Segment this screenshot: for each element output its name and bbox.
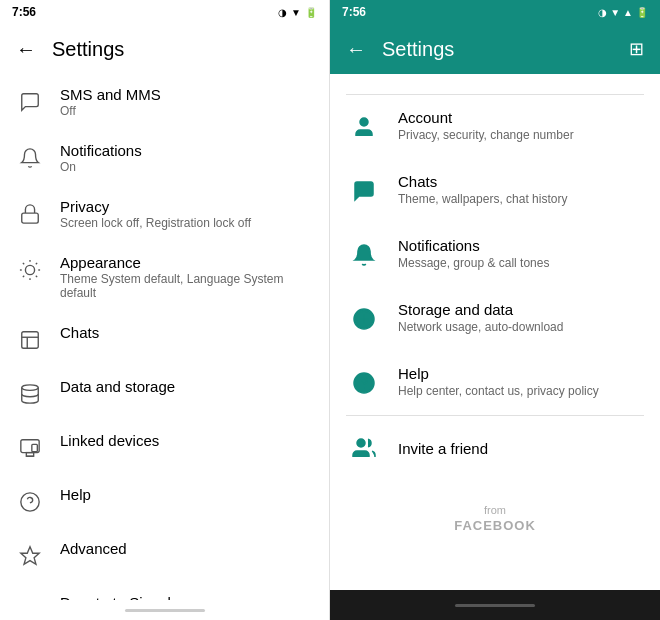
invite-title: Invite a friend	[398, 440, 644, 457]
notifications-title: Notifications	[60, 142, 313, 159]
settings-item-notifications[interactable]: Notifications On	[0, 130, 329, 186]
chats-title: Chats	[60, 324, 313, 341]
appearance-subtitle: Theme System default, Language System de…	[60, 272, 313, 300]
svg-point-11	[22, 385, 39, 391]
chats-right-subtitle: Theme, wallpapers, chat history	[398, 192, 644, 206]
account-subtitle: Privacy, security, change number	[398, 128, 644, 142]
svg-line-8	[23, 276, 24, 277]
settings-item-chats[interactable]: Chats	[0, 312, 329, 366]
bottom-bar	[330, 590, 660, 620]
help-right-subtitle: Help center, contact us, privacy policy	[398, 384, 644, 398]
svg-point-19	[360, 118, 368, 126]
privacy-icon	[16, 200, 44, 228]
settings-item-advanced[interactable]: Advanced	[0, 528, 329, 582]
help-icon	[16, 488, 44, 516]
back-button-right[interactable]: ←	[346, 38, 366, 61]
settings-item-privacy[interactable]: Privacy Screen lock off, Registration lo…	[0, 186, 329, 242]
svg-rect-0	[22, 213, 39, 223]
svg-line-5	[36, 276, 37, 277]
right-item-chats[interactable]: Chats Theme, wallpapers, chat history	[330, 159, 660, 223]
storage-right-icon	[346, 301, 382, 337]
status-bar-right: 7:56 ◑ ▼ ▲ 🔋	[330, 0, 660, 24]
appearance-title: Appearance	[60, 254, 313, 271]
settings-item-linked-devices[interactable]: Linked devices	[0, 420, 329, 474]
help-title: Help	[60, 486, 313, 503]
chats-icon	[16, 326, 44, 354]
settings-list-left: SMS and MMS Off Notifications On	[0, 74, 329, 600]
svg-point-1	[25, 265, 34, 274]
chats-right-icon	[346, 173, 382, 209]
notifications-right-icon	[346, 237, 382, 273]
invite-item[interactable]: Invite a friend	[330, 416, 660, 480]
account-title: Account	[398, 109, 644, 126]
notifications-right-subtitle: Message, group & call tones	[398, 256, 644, 270]
back-button-left[interactable]: ←	[16, 38, 36, 61]
profile-section	[330, 74, 660, 94]
linked-devices-icon	[16, 434, 44, 462]
svg-rect-12	[21, 440, 39, 453]
right-item-storage[interactable]: Storage and data Network usage, auto-dow…	[330, 287, 660, 351]
advanced-icon	[16, 542, 44, 570]
qr-code-icon[interactable]: ⊞	[629, 38, 644, 60]
settings-item-help[interactable]: Help	[0, 474, 329, 528]
status-time-right: 7:56	[342, 5, 366, 19]
right-settings-list: Account Privacy, security, change number…	[330, 74, 660, 590]
data-storage-title: Data and storage	[60, 378, 313, 395]
privacy-subtitle: Screen lock off, Registration lock off	[60, 216, 313, 230]
data-storage-icon	[16, 380, 44, 408]
status-icons-left: ◑ ▼ 🔋	[278, 7, 317, 18]
toolbar-right: ← Settings ⊞	[330, 24, 660, 74]
privacy-title: Privacy	[60, 198, 313, 215]
notifications-right-title: Notifications	[398, 237, 644, 254]
sms-subtitle: Off	[60, 104, 313, 118]
brightness-icon: ◑	[278, 7, 287, 18]
invite-icon	[346, 430, 382, 466]
svg-line-4	[23, 263, 24, 264]
advanced-title: Advanced	[60, 540, 313, 557]
account-icon	[346, 109, 382, 145]
sms-icon	[16, 88, 44, 116]
home-bar-left	[125, 609, 205, 612]
settings-item-data-storage[interactable]: Data and storage	[0, 366, 329, 420]
appearance-icon	[16, 256, 44, 284]
settings-item-appearance[interactable]: Appearance Theme System default, Languag…	[0, 242, 329, 312]
status-time-left: 7:56	[12, 5, 36, 19]
toolbar-right-left: ← Settings	[346, 38, 454, 61]
battery-icon-right: 🔋	[636, 7, 648, 18]
status-icons-right: ◑ ▼ ▲ 🔋	[598, 7, 648, 18]
svg-rect-10	[22, 332, 39, 349]
from-brand: FACEBOOK	[454, 518, 536, 533]
right-item-help[interactable]: Help Help center, contact us, privacy po…	[330, 351, 660, 415]
from-section: from FACEBOOK	[330, 488, 660, 550]
toolbar-left: ← Settings	[0, 24, 329, 74]
battery-icon: 🔋	[305, 7, 317, 18]
sms-title: SMS and MMS	[60, 86, 313, 103]
svg-point-16	[21, 493, 39, 511]
right-item-notifications[interactable]: Notifications Message, group & call tone…	[330, 223, 660, 287]
status-bar-left: 7:56 ◑ ▼ 🔋	[0, 0, 329, 24]
chats-right-title: Chats	[398, 173, 644, 190]
right-panel: 7:56 ◑ ▼ ▲ 🔋 ← Settings ⊞ Ac	[330, 0, 660, 620]
right-item-account[interactable]: Account Privacy, security, change number	[330, 95, 660, 159]
bottom-bar-indicator	[455, 604, 535, 607]
signal-icon: ▼	[291, 7, 301, 18]
settings-item-donate[interactable]: Donate to Signal ↗	[0, 582, 329, 600]
toolbar-title-left: Settings	[52, 38, 124, 61]
help-right-icon	[346, 365, 382, 401]
notifications-icon	[16, 144, 44, 172]
from-label: from	[346, 504, 644, 516]
linked-devices-title: Linked devices	[60, 432, 313, 449]
svg-point-24	[357, 439, 365, 447]
volume-icon: ◑	[598, 7, 607, 18]
storage-right-subtitle: Network usage, auto-download	[398, 320, 644, 334]
wifi-icon: ▼	[610, 7, 620, 18]
toolbar-title-right: Settings	[382, 38, 454, 61]
settings-item-sms[interactable]: SMS and MMS Off	[0, 74, 329, 130]
storage-right-title: Storage and data	[398, 301, 644, 318]
svg-marker-18	[21, 547, 39, 564]
svg-line-9	[36, 263, 37, 264]
home-indicator-left	[0, 600, 329, 620]
notifications-subtitle: On	[60, 160, 313, 174]
left-panel: 7:56 ◑ ▼ 🔋 ← Settings SMS and MMS Off	[0, 0, 330, 620]
signal-bars-icon: ▲	[623, 7, 633, 18]
